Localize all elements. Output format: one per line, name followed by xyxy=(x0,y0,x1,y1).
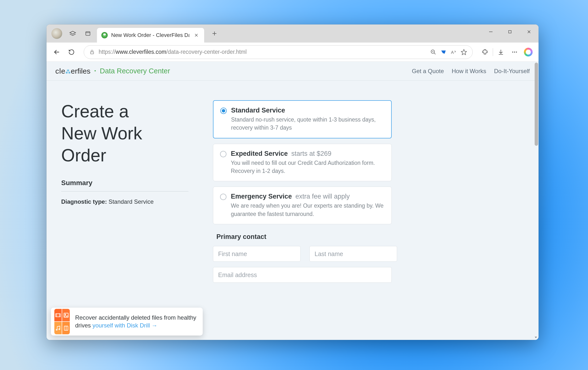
workspaces-icon[interactable] xyxy=(68,29,77,38)
tab-actions-icon[interactable] xyxy=(83,29,93,38)
email-input[interactable] xyxy=(213,267,392,283)
radio-standard[interactable] xyxy=(220,108,227,114)
tab-favicon xyxy=(101,32,108,38)
site-header: cle⁂erfiles • Data Recovery Center Get a… xyxy=(47,62,539,81)
svg-point-30 xyxy=(59,329,60,330)
page-title: Create a New Work Order xyxy=(61,100,188,166)
nav-how-it-works[interactable]: How it Works xyxy=(452,68,486,75)
svg-point-20 xyxy=(512,51,513,52)
left-column: Create a New Work Order Summary Diagnost… xyxy=(61,100,188,288)
downloads-icon[interactable] xyxy=(495,46,507,58)
back-button[interactable] xyxy=(51,46,63,58)
browser-window: New Work Order - CleverFiles Dat https:/ xyxy=(47,24,539,340)
browser-toolbar: https://www.cleverfiles.com/data-recover… xyxy=(47,43,539,62)
promo-icon xyxy=(54,309,70,334)
svg-point-21 xyxy=(514,51,515,52)
service-price: extra fee will apply xyxy=(295,193,350,200)
maximize-button[interactable] xyxy=(500,24,519,39)
tab-title: New Work Order - CleverFiles Dat xyxy=(111,32,189,38)
contact-heading: Primary contact xyxy=(216,233,392,241)
svg-text:A: A xyxy=(451,50,454,55)
window-controls xyxy=(481,24,539,39)
service-desc: Standard no-rush service, quote within 1… xyxy=(231,116,384,132)
promo-link[interactable]: yourself with Disk Drill → xyxy=(93,322,157,329)
service-option-emergency[interactable]: Emergency Service extra fee will apply W… xyxy=(213,187,392,224)
tab-close-button[interactable] xyxy=(193,32,200,39)
video-icon xyxy=(54,309,62,321)
svg-rect-27 xyxy=(64,313,68,317)
shopping-icon[interactable] xyxy=(440,49,447,55)
document-icon xyxy=(62,322,70,334)
svg-line-13 xyxy=(434,53,435,54)
profile-avatar[interactable] xyxy=(51,28,62,39)
minimize-button[interactable] xyxy=(481,24,500,39)
music-icon xyxy=(54,322,62,334)
page-viewport: cle⁂erfiles • Data Recovery Center Get a… xyxy=(47,62,539,340)
radio-expedited[interactable] xyxy=(220,151,226,157)
browser-tab[interactable]: New Work Order - CleverFiles Dat xyxy=(97,28,204,43)
close-window-button[interactable] xyxy=(519,24,539,39)
svg-rect-0 xyxy=(86,32,90,35)
summary-diagnostic-row: Diagnostic type: Standard Service xyxy=(61,198,188,205)
svg-point-15 xyxy=(442,53,442,53)
first-name-input[interactable] xyxy=(213,246,301,262)
site-nav: Get a Quote How it Works Do-It-Yourself xyxy=(412,68,530,75)
copilot-button[interactable] xyxy=(522,46,534,58)
svg-marker-17 xyxy=(461,49,467,55)
summary-heading: Summary xyxy=(61,179,188,191)
service-title: Emergency Service xyxy=(231,193,292,200)
svg-point-29 xyxy=(56,329,57,330)
refresh-button[interactable] xyxy=(66,46,77,58)
more-icon[interactable] xyxy=(509,46,520,58)
image-icon xyxy=(62,309,70,321)
lock-icon xyxy=(89,49,95,55)
radio-emergency[interactable] xyxy=(220,194,226,200)
read-aloud-icon[interactable]: A xyxy=(450,49,457,55)
service-title: Expedited Service xyxy=(231,150,288,157)
svg-point-22 xyxy=(516,51,517,52)
title-bar: New Work Order - CleverFiles Dat xyxy=(47,24,539,43)
promo-text: Recover accidentally deleted files from … xyxy=(75,314,199,330)
page-body: Create a New Work Order Summary Diagnost… xyxy=(47,81,539,298)
favorites-icon[interactable] xyxy=(461,49,467,55)
svg-rect-7 xyxy=(509,31,511,33)
site-logo[interactable]: cle⁂erfiles • Data Recovery Center xyxy=(55,67,170,75)
service-option-standard[interactable]: Standard Service Standard no-rush servic… xyxy=(213,100,392,138)
scrollbar-thumb[interactable] xyxy=(535,63,538,146)
svg-marker-23 xyxy=(535,337,537,338)
promo-toast: Recover accidentally deleted files from … xyxy=(51,308,203,336)
logo-accent-icon: ⁂ xyxy=(65,69,71,75)
right-column: Standard Service Standard no-rush servic… xyxy=(213,100,392,288)
extensions-icon[interactable] xyxy=(479,46,491,58)
divider xyxy=(493,48,493,56)
service-title: Standard Service xyxy=(231,107,384,114)
nav-get-quote[interactable]: Get a Quote xyxy=(412,68,444,75)
svg-rect-24 xyxy=(56,314,60,317)
url-text: https://www.cleverfiles.com/data-recover… xyxy=(99,49,426,55)
service-desc: We are ready when you are! Our experts a… xyxy=(231,202,385,218)
service-price: starts at $269 xyxy=(291,150,331,157)
new-tab-button[interactable] xyxy=(209,28,220,39)
address-bar[interactable]: https://www.cleverfiles.com/data-recover… xyxy=(84,45,473,59)
svg-rect-11 xyxy=(91,52,94,54)
zoom-icon[interactable] xyxy=(430,49,436,55)
service-option-expedited[interactable]: Expedited Service starts at $269 You wil… xyxy=(213,144,392,181)
svg-point-28 xyxy=(65,314,66,315)
nav-diy[interactable]: Do-It-Yourself xyxy=(494,68,530,75)
summary-block: Summary Diagnostic type: Standard Servic… xyxy=(61,179,188,205)
last-name-input[interactable] xyxy=(309,246,397,262)
scrollbar-down-icon[interactable] xyxy=(534,336,538,339)
service-desc: You will need to fill out our Credit Car… xyxy=(231,159,385,175)
